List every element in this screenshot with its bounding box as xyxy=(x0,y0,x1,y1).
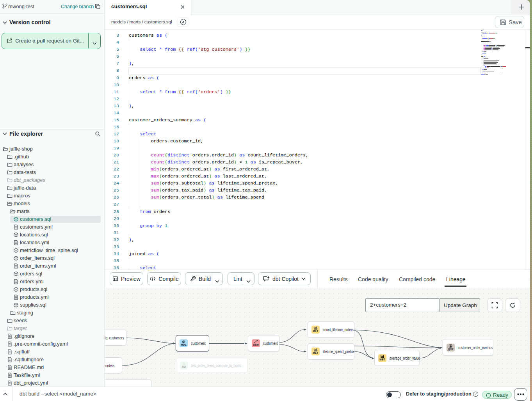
svg-text:?: ? xyxy=(475,392,477,396)
